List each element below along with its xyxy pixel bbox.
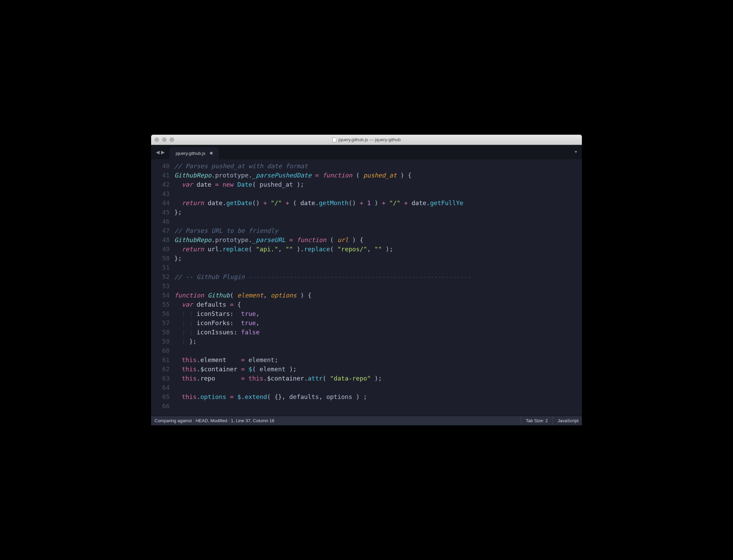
line-number: 40: [151, 161, 170, 171]
code-line[interactable]: [174, 383, 582, 392]
line-number: 46: [151, 217, 170, 226]
window-title: jquery.github.js — jquery-github: [151, 137, 582, 142]
code-line[interactable]: function Github( element, options ) {: [174, 291, 582, 300]
line-number: 42: [151, 180, 170, 189]
line-number: 50: [151, 254, 170, 263]
nav-forward-icon[interactable]: ▶: [161, 149, 165, 155]
line-number: 52: [151, 272, 170, 281]
line-number: 55: [151, 300, 170, 309]
line-number: 59: [151, 337, 170, 346]
line-number: 60: [151, 346, 170, 355]
code-line[interactable]: [174, 401, 582, 411]
line-number: 54: [151, 291, 170, 300]
line-number: 57: [151, 318, 170, 328]
editor-window: jquery.github.js — jquery-github ◀ ▶ jqu…: [151, 135, 582, 425]
line-number: 51: [151, 263, 170, 272]
line-number: 58: [151, 328, 170, 337]
status-info[interactable]: Comparing against : HEAD, Modified : 1, …: [155, 418, 516, 423]
line-number: 49: [151, 244, 170, 254]
code-line[interactable]: // Parses URL to be friendly: [174, 226, 582, 235]
tab-label: jquery.github.js: [176, 151, 205, 156]
code-line[interactable]: | | iconStars: true,: [174, 309, 582, 318]
window-title-text: jquery.github.js — jquery-github: [338, 137, 401, 142]
code-line[interactable]: | };: [174, 337, 582, 346]
zoom-icon[interactable]: [170, 137, 174, 142]
code-content[interactable]: // Parses pushed_at with date formatGith…: [174, 161, 582, 416]
line-number: 47: [151, 226, 170, 235]
code-line[interactable]: };: [174, 254, 582, 263]
line-number: 65: [151, 392, 170, 401]
code-line[interactable]: var date = new Date( pushed_at );: [174, 180, 582, 189]
line-number-gutter: 4041424344454647484950515253545556575859…: [151, 161, 174, 416]
status-divider: [521, 416, 521, 425]
line-number: 45: [151, 208, 170, 217]
status-syntax[interactable]: JavaScript: [558, 418, 578, 423]
line-number: 43: [151, 189, 170, 198]
code-line[interactable]: [174, 346, 582, 355]
line-number: 61: [151, 355, 170, 364]
code-line[interactable]: var defaults = {: [174, 300, 582, 309]
code-line[interactable]: return date.getDate() + "/" + ( date.get…: [174, 198, 582, 208]
nav-back-icon[interactable]: ◀: [156, 149, 160, 155]
line-number: 41: [151, 171, 170, 180]
code-line[interactable]: [174, 263, 582, 272]
code-line[interactable]: this.repo = this.$container.attr( "data-…: [174, 374, 582, 383]
code-line[interactable]: [174, 189, 582, 198]
code-line[interactable]: | | iconForks: true,: [174, 318, 582, 328]
code-line[interactable]: };: [174, 208, 582, 217]
line-number: 48: [151, 235, 170, 244]
line-number: 44: [151, 198, 170, 208]
tab-dropdown-icon[interactable]: ▼: [574, 150, 578, 154]
line-number: 62: [151, 364, 170, 374]
document-icon: [332, 137, 336, 142]
status-tab-size[interactable]: Tab Size: 2: [526, 418, 548, 423]
code-line[interactable]: | | iconIssues: false: [174, 328, 582, 337]
minimize-icon[interactable]: [162, 137, 166, 142]
line-number: 64: [151, 383, 170, 392]
code-line[interactable]: this.$container = $( element );: [174, 364, 582, 374]
status-bar: Comparing against : HEAD, Modified : 1, …: [151, 416, 582, 425]
dirty-indicator-icon: [210, 152, 213, 155]
code-line[interactable]: [174, 281, 582, 291]
traffic-lights: [155, 137, 174, 142]
line-number: 56: [151, 309, 170, 318]
tab-active[interactable]: jquery.github.js: [170, 147, 219, 159]
editor-area[interactable]: 4041424344454647484950515253545556575859…: [151, 159, 582, 416]
tab-bar[interactable]: ◀ ▶ jquery.github.js ▼: [151, 145, 582, 159]
status-divider: [552, 416, 553, 425]
code-line[interactable]: this.element = element;: [174, 355, 582, 364]
code-line[interactable]: // Parses pushed_at with date format: [174, 161, 582, 171]
nav-arrows: ◀ ▶: [156, 149, 165, 155]
code-line[interactable]: [174, 217, 582, 226]
code-line[interactable]: GithubRepo.prototype._parsePushedDate = …: [174, 171, 582, 180]
line-number: 63: [151, 374, 170, 383]
code-line[interactable]: // -- Github Plugin --------------------…: [174, 272, 582, 281]
code-line[interactable]: GithubRepo.prototype._parseURL = functio…: [174, 235, 582, 244]
titlebar[interactable]: jquery.github.js — jquery-github: [151, 135, 582, 145]
code-line[interactable]: return url.replace( "api.", "" ).replace…: [174, 244, 582, 254]
line-number: 53: [151, 281, 170, 291]
close-icon[interactable]: [155, 137, 159, 142]
line-number: 66: [151, 401, 170, 411]
code-line[interactable]: this.options = $.extend( {}, defaults, o…: [174, 392, 582, 401]
